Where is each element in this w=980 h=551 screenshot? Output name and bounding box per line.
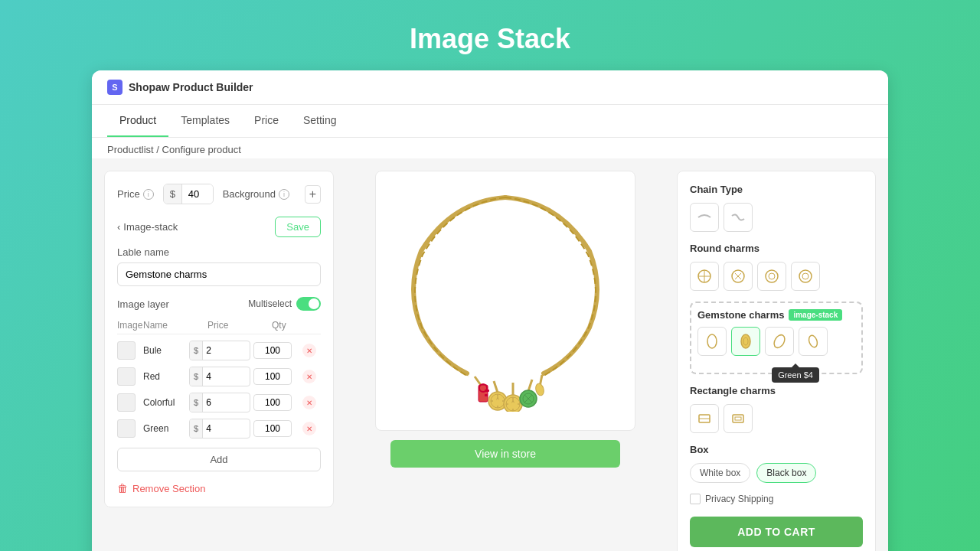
price-cell-green: $ bbox=[189, 419, 250, 439]
add-to-cart-button[interactable]: ADD TO CART bbox=[690, 517, 863, 547]
remove-section-button[interactable]: 🗑 Remove Section bbox=[117, 482, 321, 494]
row-thumb-green bbox=[117, 419, 136, 438]
remove-bule-button[interactable]: ✕ bbox=[302, 344, 316, 357]
svg-point-36 bbox=[741, 334, 750, 348]
back-button[interactable]: ‹ Image-stack bbox=[117, 221, 178, 233]
rectangle-charm-options bbox=[690, 404, 863, 433]
privacy-checkbox[interactable] bbox=[690, 494, 701, 504]
remove-green-button[interactable]: ✕ bbox=[302, 422, 316, 435]
round-charm-options bbox=[690, 262, 863, 291]
row-name-colorful: Colorful bbox=[143, 397, 186, 408]
rectangle-charms-title: Rectangle charms bbox=[690, 385, 863, 396]
tab-templates[interactable]: Templates bbox=[168, 105, 242, 137]
breadcrumb: Productlist / Configure product bbox=[92, 138, 888, 158]
white-box-option[interactable]: White box bbox=[690, 463, 750, 483]
gemstone-section: Gemstone charms image-stack bbox=[690, 302, 863, 374]
multiselect-row: Multiselect bbox=[248, 297, 321, 311]
remove-colorful-button[interactable]: ✕ bbox=[302, 396, 316, 409]
row-thumb-red bbox=[117, 367, 136, 386]
qty-input-bule[interactable] bbox=[253, 342, 292, 359]
qty-input-green[interactable] bbox=[253, 420, 292, 437]
tab-price[interactable]: Price bbox=[242, 105, 291, 137]
price-label: Price i bbox=[117, 188, 154, 200]
tab-setting[interactable]: Setting bbox=[291, 105, 349, 137]
round-charm-3[interactable] bbox=[757, 262, 786, 291]
price-input-red[interactable] bbox=[203, 367, 226, 386]
label-name-input[interactable] bbox=[117, 262, 321, 286]
round-charm-2[interactable] bbox=[724, 262, 753, 291]
gemstone-charm-options: Green $4 bbox=[697, 327, 855, 356]
gemstone-charm-3[interactable] bbox=[765, 327, 794, 356]
round-charm-4[interactable] bbox=[791, 262, 820, 291]
bg-plus-button[interactable]: + bbox=[305, 185, 321, 204]
price-info-icon: i bbox=[143, 189, 154, 200]
svg-rect-7 bbox=[485, 394, 488, 396]
section-header: ‹ Image-stack Save bbox=[117, 217, 321, 237]
app-header: S Shopaw Product Builder bbox=[92, 70, 888, 105]
nav-tabs: Product Templates Price Setting bbox=[92, 105, 888, 138]
privacy-label: Privacy Shipping bbox=[705, 494, 773, 504]
price-input-bule[interactable] bbox=[203, 341, 226, 360]
trash-icon: 🗑 bbox=[117, 482, 128, 494]
round-charm-1[interactable] bbox=[690, 262, 719, 291]
svg-point-34 bbox=[799, 270, 812, 282]
row-thumb-bule bbox=[117, 341, 136, 360]
svg-line-3 bbox=[528, 380, 532, 391]
svg-point-38 bbox=[772, 333, 786, 350]
rectangle-charm-2[interactable] bbox=[724, 404, 753, 433]
row-name-bule: Bule bbox=[143, 345, 186, 356]
round-charms-title: Round charms bbox=[690, 243, 863, 254]
table-header: Image Name Price Qty bbox=[117, 317, 321, 334]
page-title: Image Stack bbox=[410, 23, 570, 55]
qty-input-colorful[interactable] bbox=[253, 394, 292, 411]
image-layer-label: Image layer bbox=[117, 298, 169, 310]
price-cell-red: $ bbox=[189, 367, 250, 386]
price-input-colorful[interactable] bbox=[203, 393, 226, 412]
gemstone-charm-2[interactable] bbox=[731, 327, 760, 356]
middle-panel: View in store bbox=[346, 171, 665, 468]
box-options: White box Black box bbox=[690, 463, 863, 483]
bg-info-icon: i bbox=[279, 189, 289, 200]
svg-point-39 bbox=[808, 334, 819, 348]
gemstone-charms-title: Gemstone charms image-stack bbox=[697, 309, 855, 321]
add-layer-button[interactable]: Add bbox=[117, 448, 321, 471]
box-section-title: Box bbox=[690, 444, 863, 455]
row-thumb-colorful bbox=[117, 393, 136, 412]
view-in-store-button[interactable]: View in store bbox=[390, 440, 620, 468]
save-button[interactable]: Save bbox=[275, 217, 321, 237]
price-input[interactable] bbox=[182, 184, 214, 204]
multiselect-toggle[interactable] bbox=[296, 297, 321, 311]
qty-input-red[interactable] bbox=[253, 368, 292, 385]
background-label: Background i bbox=[223, 188, 289, 200]
svg-rect-42 bbox=[733, 415, 743, 422]
gemstone-charm-1[interactable] bbox=[697, 327, 727, 356]
price-dollar-sign: $ bbox=[164, 184, 182, 204]
image-stack-badge: image-stack bbox=[789, 309, 842, 321]
table-row: Bule $ ✕ bbox=[117, 337, 321, 364]
chain-option-2[interactable] bbox=[724, 203, 753, 232]
table-row: Green $ ✕ bbox=[117, 416, 321, 442]
black-box-option[interactable]: Black box bbox=[756, 463, 816, 483]
gemstone-charm-4[interactable]: Green $4 bbox=[799, 327, 828, 356]
chain-options bbox=[690, 203, 863, 232]
row-name-green: Green bbox=[143, 423, 186, 434]
price-input-green[interactable] bbox=[203, 419, 226, 438]
remove-red-button[interactable]: ✕ bbox=[302, 370, 316, 383]
image-layer-header: Image layer Multiselect bbox=[117, 297, 321, 311]
row-name-red: Red bbox=[143, 371, 186, 382]
multiselect-label: Multiselect bbox=[248, 298, 292, 309]
svg-point-33 bbox=[769, 273, 775, 279]
main-card: S Shopaw Product Builder Product Templat… bbox=[92, 70, 888, 551]
label-name-label: Lable name bbox=[117, 246, 321, 258]
rectangle-charm-1[interactable] bbox=[690, 404, 719, 433]
svg-point-35 bbox=[707, 334, 717, 348]
privacy-row: Privacy Shipping bbox=[690, 494, 863, 504]
table-row: Colorful $ ✕ bbox=[117, 390, 321, 416]
svg-line-1 bbox=[494, 381, 498, 393]
price-input-wrap: $ bbox=[163, 184, 214, 204]
price-bg-row: Price i $ Background i + bbox=[117, 184, 321, 204]
tab-product[interactable]: Product bbox=[107, 105, 168, 137]
product-image-container bbox=[375, 171, 635, 431]
left-panel: Price i $ Background i + ‹ Image-stack bbox=[104, 171, 334, 507]
chain-option-1[interactable] bbox=[690, 203, 719, 232]
